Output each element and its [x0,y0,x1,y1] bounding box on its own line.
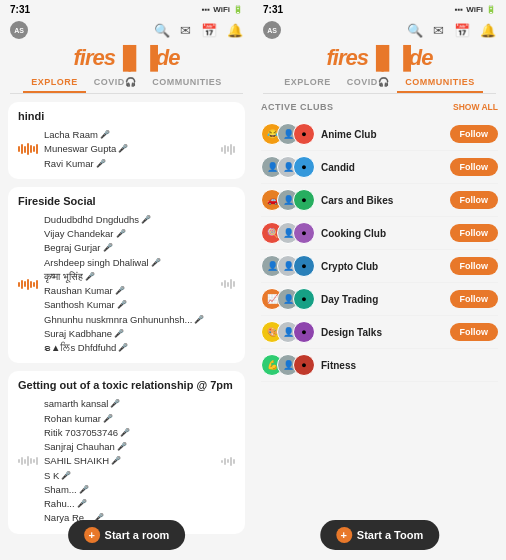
club-row-cooking[interactable]: 🍭 👤 ● Cooking Club Follow [261,217,498,250]
communities-panel: 7:31 ▪▪▪ WiFi 🔋 AS 🔍 ✉ 📅 🔔 fires▐▌▐de EX… [253,0,506,560]
club-name-candid: Candid [321,162,450,173]
status-icons-right: ▪▪▪ WiFi 🔋 [455,5,496,14]
club-avatars-design: 🎨 👤 ● [261,321,315,343]
club-row-anime[interactable]: 😂 👤 ● Anime Club Follow [261,118,498,151]
club-avatar-ca3: ● [293,189,315,211]
live-wave-toxic [221,457,235,466]
speakers-fireside: Dududbdhd Dngdudhs🎤 Vijay Chandekar🎤 Beg… [44,213,215,356]
club-row-crypto[interactable]: 👤 👤 ● Crypto Club Follow [261,250,498,283]
top-nav-left: AS 🔍 ✉ 📅 🔔 [0,19,253,41]
follow-button-anime[interactable]: Follow [450,125,499,143]
logo-left: fires▐▌▐de [0,41,253,73]
bell-icon-left[interactable]: 🔔 [227,23,243,38]
club-row-day-trading[interactable]: 📈 👤 ● Day Trading Follow [261,283,498,316]
wifi-icon: WiFi [213,5,230,14]
club-row-cars[interactable]: 🚗 👤 ● Cars and Bikes Follow [261,184,498,217]
club-info-day-trading: Day Trading [321,294,450,305]
wave-icon-fireside [18,279,38,290]
search-icon-right[interactable]: 🔍 [407,23,423,38]
follow-button-cooking[interactable]: Follow [450,224,499,242]
club-name-day-trading: Day Trading [321,294,450,305]
club-info-crypto: Crypto Club [321,261,450,272]
follow-button-cars[interactable]: Follow [450,191,499,209]
explore-content: hindi Lacha Raam🎤 Muneswar Gupta🎤 Ravi K… [0,94,253,560]
top-nav-right: AS 🔍 ✉ 📅 🔔 [253,19,506,41]
calendar-icon-left[interactable]: 📅 [201,23,217,38]
user-avatar-right[interactable]: AS [263,21,281,39]
club-avatar-de3: ● [293,321,315,343]
club-name-crypto: Crypto Club [321,261,450,272]
club-avatar-ck3: ● [293,222,315,244]
status-bar-left: 7:31 ▪▪▪ WiFi 🔋 [0,0,253,19]
signal-icon-right: ▪▪▪ [455,5,464,14]
search-icon-left[interactable]: 🔍 [154,23,170,38]
active-clubs-header: ACTIVE CLUBS SHOW ALL [261,98,498,118]
club-info-candid: Candid [321,162,450,173]
status-icons-left: ▪▪▪ WiFi 🔋 [202,5,243,14]
section-title: ACTIVE CLUBS [261,102,334,112]
follow-button-candid[interactable]: Follow [450,158,499,176]
live-wave-hindi [221,144,235,155]
club-name-cooking: Cooking Club [321,228,450,239]
room-card-fireside[interactable]: Fireside Social Dududbdhd Dngdudhs🎤 Vija… [8,187,245,364]
club-row-design[interactable]: 🎨 👤 ● Design Talks Follow [261,316,498,349]
club-info-cooking: Cooking Club [321,228,450,239]
room-card-hindi[interactable]: hindi Lacha Raam🎤 Muneswar Gupta🎤 Ravi K… [8,102,245,179]
club-avatars-cars: 🚗 👤 ● [261,189,315,211]
follow-button-day-trading[interactable]: Follow [450,290,499,308]
explore-panel: 7:31 ▪▪▪ WiFi 🔋 AS 🔍 ✉ 📅 🔔 fires▐▌▐de EX… [0,0,253,560]
tab-explore-left[interactable]: EXPLORE [23,73,86,93]
tab-communities-left[interactable]: COMMUNITIES [144,73,230,93]
follow-button-design[interactable]: Follow [450,323,499,341]
signal-icon: ▪▪▪ [202,5,211,14]
club-row-fitness[interactable]: 💪 👤 ● Fitness [261,349,498,382]
club-info-design: Design Talks [321,327,450,338]
club-row-candid[interactable]: 👤 👤 ● Candid Follow [261,151,498,184]
time-right: 7:31 [263,4,283,15]
communities-content: ACTIVE CLUBS SHOW ALL 😂 👤 ● Anime Club F… [253,94,506,560]
bell-icon-right[interactable]: 🔔 [480,23,496,38]
start-room-label-left: Start a room [105,529,170,541]
logo-text-right: fires▐▌▐de [327,45,433,70]
club-name-design: Design Talks [321,327,450,338]
club-avatar-fi3: ● [293,354,315,376]
club-avatars-cooking: 🍭 👤 ● [261,222,315,244]
tab-covid-left[interactable]: COVID🎧 [86,73,145,93]
status-bar-right: 7:31 ▪▪▪ WiFi 🔋 [253,0,506,19]
club-info-anime: Anime Club [321,129,450,140]
club-name-anime: Anime Club [321,129,450,140]
logo-right: fires▐▌▐de [253,41,506,73]
follow-button-crypto[interactable]: Follow [450,257,499,275]
club-info-cars: Cars and Bikes [321,195,450,206]
mail-icon-right[interactable]: ✉ [433,23,444,38]
mail-icon-left[interactable]: ✉ [180,23,191,38]
wave-icon-toxic [18,456,38,466]
tab-covid-right[interactable]: COVID🎧 [339,73,398,93]
battery-icon: 🔋 [233,5,243,14]
battery-icon-right: 🔋 [486,5,496,14]
start-room-button-right[interactable]: + Start a Toom [320,520,439,550]
club-avatars-crypto: 👤 👤 ● [261,255,315,277]
room-title-toxic: Getting out of a toxic relationship @ 7p… [18,379,235,391]
tab-explore-right[interactable]: EXPLORE [276,73,339,93]
club-avatar-3: ● [293,123,315,145]
wave-icon-hindi [18,143,38,155]
room-title-fireside: Fireside Social [18,195,235,207]
room-card-toxic[interactable]: Getting out of a toxic relationship @ 7p… [8,371,245,533]
club-avatars-candid: 👤 👤 ● [261,156,315,178]
start-room-button-left[interactable]: + Start a room [68,520,186,550]
user-avatar-left[interactable]: AS [10,21,28,39]
start-room-label-right: Start a Toom [357,529,423,541]
wifi-icon-right: WiFi [466,5,483,14]
calendar-icon-right[interactable]: 📅 [454,23,470,38]
speakers-hindi: Lacha Raam🎤 Muneswar Gupta🎤 Ravi Kumar🎤 [44,128,215,171]
show-all-button[interactable]: SHOW ALL [453,102,498,112]
time-left: 7:31 [10,4,30,15]
club-info-fitness: Fitness [321,360,498,371]
logo-text-left: fires▐▌▐de [74,45,180,70]
club-name-cars: Cars and Bikes [321,195,450,206]
club-avatars-anime: 😂 👤 ● [261,123,315,145]
club-avatars-day-trading: 📈 👤 ● [261,288,315,310]
tab-communities-right[interactable]: COMMUNITIES [397,73,483,93]
club-name-fitness: Fitness [321,360,498,371]
